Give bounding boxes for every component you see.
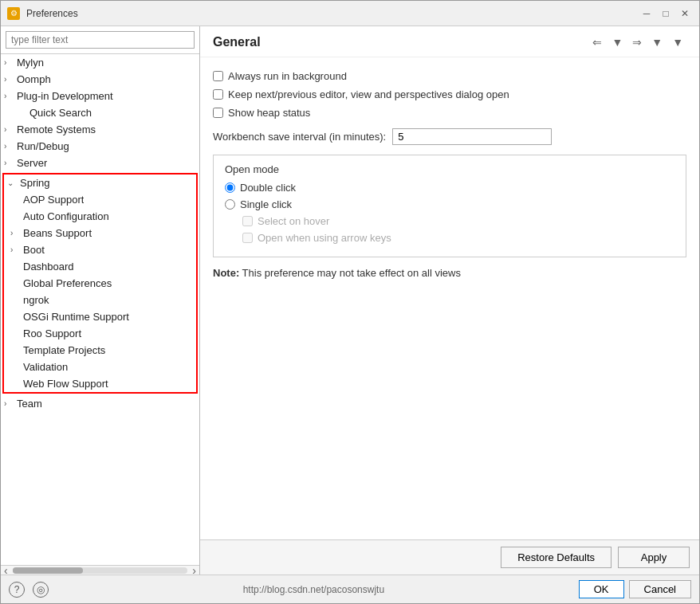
checkbox-select-hover[interactable] [242,216,253,226]
tree-item-remote-systems[interactable]: › Remote Systems [1,121,199,138]
label-always-run: Always run in background [228,70,347,82]
checkbox-heap[interactable] [213,108,223,118]
tree-label-auto-config: Auto Configuration [23,210,109,222]
tree-arrow-plugin-dev: › [4,92,17,100]
tree-arrow-spring: ⌄ [7,178,20,187]
tree-item-global-prefs[interactable]: Global Preferences [4,275,196,292]
checkbox-arrow-keys[interactable] [242,233,253,243]
checkbox-row-heap: Show heap status [213,107,686,119]
nav-menu-button[interactable]: ▼ [669,34,686,50]
checkbox-keep-next[interactable] [213,89,223,100]
tree-arrow-team: › [4,399,17,408]
tree-item-mylyn[interactable]: › Mylyn [1,54,199,71]
scroll-right-button[interactable]: › [189,563,199,575]
tree-item-beans-support[interactable]: › Beans Support [4,225,196,241]
title-bar: ⚙ Preferences ─ □ ✕ [1,1,699,26]
scroll-track [13,567,188,574]
window-controls: ─ □ ✕ [639,6,693,22]
note-text: Note: This preference may not take effec… [213,267,686,279]
tree-label-beans-support: Beans Support [23,227,92,239]
tree-item-server[interactable]: › Server [1,155,199,171]
tree-arrow-run-debug: › [4,142,17,151]
tree-item-auto-config[interactable]: Auto Configuration [4,208,196,225]
tree-label-template-projects: Template Projects [23,344,105,356]
tree-label-validation: Validation [23,361,68,373]
radio-row-single: Single click [225,198,674,210]
nav-dropdown-back[interactable]: ▼ [608,34,626,50]
filter-input[interactable] [6,31,195,49]
ok-button[interactable]: OK [579,580,624,598]
tree-item-dashboard[interactable]: Dashboard [4,258,196,275]
horizontal-scrollbar[interactable]: ‹ › [1,565,199,575]
label-single-click: Single click [240,198,292,210]
tree-label-roo: Roo Support [23,327,81,339]
footer: ? ◎ http://blog.csdn.net/pacosonswjtu OK… [1,575,699,603]
open-mode-title: Open mode [225,163,674,175]
workbench-input[interactable] [392,128,552,145]
checkbox-always-run[interactable] [213,71,223,81]
left-panel: › Mylyn › Oomph › Plug-in Development Qu… [1,26,200,575]
tree-label-aop-support: AOP Support [23,194,84,206]
label-select-hover: Select on hover [258,215,329,227]
tree-arrow-oomph: › [4,75,17,84]
radio-double-click[interactable] [225,182,235,193]
tree-label-dashboard: Dashboard [23,261,74,273]
tree-item-spring[interactable]: ⌄ Spring [4,175,196,191]
bottom-bar: Restore Defaults Apply [200,539,699,575]
preferences-window: ⚙ Preferences ─ □ ✕ › Mylyn › Oo [0,0,700,604]
tree-item-boot[interactable]: › Boot [4,241,196,258]
tree-item-ngrok[interactable]: ngrok [4,292,196,308]
tree-item-web-flow[interactable]: Web Flow Support [4,375,196,392]
tree-item-aop-support[interactable]: AOP Support [4,191,196,208]
window-icon: ⚙ [7,7,20,20]
right-panel: General ⇐ ▼ ⇒ ▼ ▼ Always run in backgrou… [200,26,699,575]
tree-item-oomph[interactable]: › Oomph [1,71,199,88]
right-content: Always run in background Keep next/previ… [200,57,699,539]
tree-arrow-boot: › [10,245,23,254]
nav-arrows: ⇐ ▼ ⇒ ▼ ▼ [589,34,686,50]
right-header: General ⇐ ▼ ⇒ ▼ ▼ [200,26,699,57]
open-mode-box: Open mode Double click Single click Sele… [213,155,686,257]
tree-item-validation[interactable]: Validation [4,359,196,375]
cancel-button[interactable]: Cancel [629,580,691,598]
tree-label-plugin-dev: Plug-in Development [17,90,113,102]
tree-label-quick-search: Quick Search [29,107,92,119]
scroll-left-button[interactable]: ‹ [1,563,11,575]
label-arrow-keys: Open when using arrow keys [258,232,391,244]
tree-item-team[interactable]: › Team [1,395,199,412]
tree-label-oomph: Oomph [17,73,51,85]
apply-button[interactable]: Apply [618,547,690,568]
tree-label-remote-systems: Remote Systems [17,124,96,135]
tree-label-boot: Boot [23,244,45,256]
tree-label-run-debug: Run/Debug [17,140,69,152]
select-on-hover-row: Select on hover [242,215,674,227]
tree-item-run-debug[interactable]: › Run/Debug [1,138,199,155]
tree-label-mylyn: Mylyn [17,57,44,69]
tree-area: › Mylyn › Oomph › Plug-in Development Qu… [1,54,199,565]
nav-dropdown-fwd[interactable]: ▼ [648,34,666,50]
tree-label-global-prefs: Global Preferences [23,277,112,289]
maximize-button[interactable]: □ [658,6,674,22]
footer-url: http://blog.csdn.net/pacosonswjtu [57,584,571,595]
scroll-thumb [13,567,83,574]
tree-item-osgi[interactable]: OSGi Runtime Support [4,308,196,325]
nav-back-button[interactable]: ⇐ [589,34,605,50]
footer-buttons: OK Cancel [579,580,691,598]
nav-fwd-button[interactable]: ⇒ [629,34,645,50]
workbench-label: Workbench save interval (in minutes): [213,131,386,143]
tree-item-quick-search[interactable]: Quick Search [1,104,199,121]
note-content: This preference may not take effect on a… [242,267,461,279]
tree-item-roo[interactable]: Roo Support [4,325,196,342]
close-button[interactable]: ✕ [677,6,693,22]
window-title: Preferences [26,8,632,19]
tree-item-plugin-dev[interactable]: › Plug-in Development [1,88,199,104]
filter-box [1,26,199,54]
tree-item-template-projects[interactable]: Template Projects [4,342,196,359]
info-icon[interactable]: ◎ [33,582,49,598]
restore-defaults-button[interactable]: Restore Defaults [501,547,612,568]
tree-label-osgi: OSGi Runtime Support [23,311,129,323]
minimize-button[interactable]: ─ [639,6,655,22]
label-keep-next: Keep next/previous editor, view and pers… [228,88,509,100]
radio-single-click[interactable] [225,199,235,210]
help-icon[interactable]: ? [9,582,25,598]
